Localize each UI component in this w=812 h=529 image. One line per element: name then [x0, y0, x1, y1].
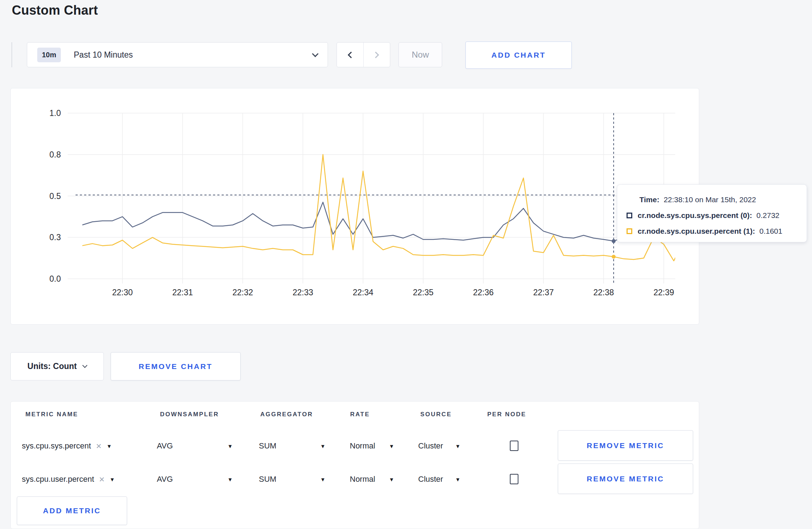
svg-text:22:35: 22:35	[413, 288, 434, 297]
tooltip-time-value: 22:38:10 on Mar 15th, 2022	[664, 195, 756, 204]
series-user-swatch-icon	[627, 228, 632, 234]
caret-down-icon: ▼	[320, 443, 325, 449]
chart-panel: 22:3022:3122:3222:3322:3422:3522:3622:37…	[10, 88, 699, 325]
downsampler-select[interactable]: AVG ▼	[157, 464, 233, 495]
cpu-usage-chart[interactable]: 22:3022:3122:3222:3322:3422:3522:3622:37…	[11, 88, 700, 325]
caret-down-icon: ▼	[455, 443, 460, 449]
svg-text:22:37: 22:37	[533, 288, 554, 297]
svg-text:22:39: 22:39	[653, 288, 674, 297]
tooltip-time-label: Time:	[639, 195, 659, 204]
metrics-table-header: METRIC NAME DOWNSAMPLER AGGREGATOR RATE …	[11, 411, 699, 422]
time-range-picker[interactable]: 10m Past 10 Minutes	[27, 42, 328, 67]
column-header: PER NODE	[487, 411, 526, 418]
tooltip-series-label: cr.node.sys.cpu.sys.percent (0):	[638, 211, 752, 220]
caret-down-icon: ▼	[455, 476, 460, 482]
clear-metric-icon[interactable]: ×	[99, 475, 105, 484]
chevron-down-icon	[82, 363, 87, 368]
chart-tooltip: Time: 22:38:10 on Mar 15th, 2022 cr.node…	[617, 184, 807, 242]
source-select[interactable]: Cluster ▼	[418, 430, 460, 462]
toolbar-divider	[11, 42, 12, 67]
add-metric-button[interactable]: ADD METRIC	[17, 496, 127, 525]
caret-down-icon: ▼	[106, 443, 112, 449]
svg-text:22:36: 22:36	[473, 288, 494, 297]
caret-down-icon: ▼	[110, 476, 115, 482]
caret-down-icon: ▼	[389, 443, 394, 449]
caret-down-icon: ▼	[227, 476, 233, 482]
clear-metric-icon[interactable]: ×	[96, 441, 101, 451]
column-header: AGGREGATOR	[260, 411, 313, 418]
metric-name-label: sys.cpu.sys.percent	[22, 441, 91, 451]
units-select[interactable]: Units: Count	[10, 352, 104, 380]
caret-down-icon: ▼	[320, 476, 325, 482]
per-node-checkbox[interactable]	[510, 441, 518, 451]
chevron-right-icon	[372, 52, 379, 58]
custom-chart-page: Custom Chart 10m Past 10 Minutes Now ADD…	[0, 0, 812, 529]
series-sys-swatch-icon	[627, 213, 632, 218]
page-title: Custom Chart	[12, 3, 98, 18]
metrics-table: METRIC NAME DOWNSAMPLER AGGREGATOR RATE …	[10, 401, 699, 529]
time-range-label: Past 10 Minutes	[74, 50, 133, 60]
rate-select[interactable]: Normal ▼	[350, 464, 394, 495]
next-window-button[interactable]	[363, 43, 390, 67]
svg-text:1.0: 1.0	[49, 108, 61, 118]
metric-name-select[interactable]: sys.cpu.sys.percent × ▼	[22, 430, 112, 462]
svg-text:0.0: 0.0	[49, 274, 61, 283]
time-window-nav	[337, 42, 390, 67]
now-button[interactable]: Now	[398, 42, 442, 67]
metric-name-select[interactable]: sys.cpu.user.percent × ▼	[22, 464, 115, 495]
source-select[interactable]: Cluster ▼	[418, 464, 460, 495]
tooltip-series-value: 0.1601	[759, 227, 782, 236]
remove-metric-button[interactable]: REMOVE METRIC	[558, 430, 693, 461]
chevron-down-icon	[312, 50, 318, 57]
per-node-checkbox[interactable]	[510, 474, 518, 484]
svg-text:22:32: 22:32	[232, 288, 253, 297]
time-range-badge: 10m	[37, 48, 61, 62]
column-header: METRIC NAME	[25, 411, 78, 418]
svg-text:22:34: 22:34	[353, 288, 373, 297]
aggregator-select[interactable]: SUM ▼	[259, 464, 325, 495]
add-chart-button[interactable]: ADD CHART	[465, 42, 572, 69]
tooltip-series-label: cr.node.sys.cpu.user.percent (1):	[638, 227, 755, 236]
svg-text:0.8: 0.8	[49, 150, 61, 159]
downsampler-select[interactable]: AVG ▼	[157, 430, 233, 462]
svg-text:0.5: 0.5	[49, 191, 61, 201]
rate-select[interactable]: Normal ▼	[350, 430, 394, 462]
prev-window-button[interactable]	[337, 43, 363, 67]
chevron-left-icon	[348, 52, 354, 58]
column-header: SOURCE	[420, 411, 452, 418]
metric-name-label: sys.cpu.user.percent	[22, 475, 94, 484]
metric-row: sys.cpu.sys.percent × ▼ AVG ▼ SUM ▼ Norm…	[11, 430, 699, 462]
svg-text:0.3: 0.3	[49, 233, 61, 242]
caret-down-icon: ▼	[389, 476, 394, 482]
svg-text:22:38: 22:38	[593, 288, 614, 297]
svg-text:22:33: 22:33	[293, 288, 313, 297]
remove-chart-button[interactable]: REMOVE CHART	[111, 352, 241, 380]
column-header: DOWNSAMPLER	[160, 411, 219, 418]
aggregator-select[interactable]: SUM ▼	[259, 430, 325, 462]
remove-metric-button[interactable]: REMOVE METRIC	[558, 464, 693, 494]
metric-row: sys.cpu.user.percent × ▼ AVG ▼ SUM ▼ Nor…	[11, 464, 699, 495]
column-header: RATE	[350, 411, 370, 418]
caret-down-icon: ▼	[227, 443, 233, 449]
svg-text:22:30: 22:30	[112, 288, 133, 297]
svg-text:22:31: 22:31	[172, 288, 193, 297]
tooltip-series-value: 0.2732	[757, 211, 779, 220]
